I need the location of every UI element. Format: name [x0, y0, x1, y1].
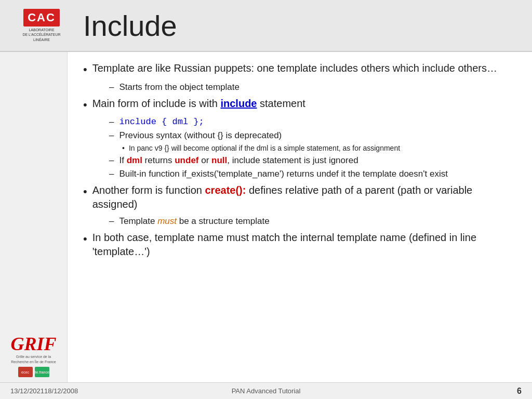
grif-icon-ecec: ecec [18, 367, 33, 377]
page-title: Include [83, 9, 177, 43]
cac-logo: CAC [23, 9, 60, 26]
bullet-2-text: Main form of include is with include sta… [92, 97, 305, 111]
bullet-2-sub-2-sub-1: • In panc v9 {} will become optional if … [122, 143, 516, 153]
bullet-2-subs: – include { dml }; – Previous syntax (wi… [109, 116, 516, 180]
dash-1: – [109, 82, 114, 94]
logo: CAC LABORATOIRE DE L'ACCÉLÉRATEUR LINÉAI… [10, 5, 73, 46]
null-highlight: null [211, 155, 227, 165]
header: CAC LABORATOIRE DE L'ACCÉLÉRATEUR LINÉAI… [0, 0, 532, 52]
bullet-2-sub-2: – Previous syntax (without {} is depreca… [109, 130, 516, 142]
bullet-2-sub-4-text: Built-in function if_exists('template_na… [119, 168, 447, 180]
bullet-1-sub-1-text: Starts from the object template [119, 82, 240, 94]
bullet-3-text: Another form is function create(): defin… [92, 183, 516, 211]
bullet-2-text-after: statement [257, 98, 305, 109]
must-highlight: must [157, 216, 177, 226]
bullet-2-sub-3-text: If dml returns undef or null, include st… [119, 155, 358, 167]
bullet-2-text-before: Main form of include is with [92, 98, 221, 109]
dash-3-1: – [109, 216, 114, 228]
dash-2-3: – [109, 155, 114, 167]
bullet-1: • Template are like Russian puppets: one… [83, 61, 516, 77]
undef-highlight: undef [175, 155, 198, 165]
bullet-3-marker: • [83, 184, 87, 200]
grif-logo: GRIF Grille au service de la Recherche e… [10, 335, 56, 377]
bullet-2: • Main form of include is with include s… [83, 97, 516, 113]
bullet-2-sub-1: – include { dml }; [109, 116, 516, 128]
bullet-3-sub-1: – Template must be a structure template [109, 216, 516, 228]
footer-title: PAN Advanced Tutorial [181, 387, 351, 395]
bullet-2-sub-2-text: Previous syntax (without {} is deprecate… [119, 130, 282, 142]
bullet-2-sub-4: – Built-in function if_exists('template_… [109, 168, 516, 180]
bullet-2-sub-3: – If dml returns undef or null, include … [109, 155, 516, 167]
bullet-3: • Another form is function create(): def… [83, 183, 516, 211]
dash-2-1: – [109, 116, 114, 128]
bullet-4: • In both case, template name must match… [83, 231, 516, 259]
dash-2-4: – [109, 168, 114, 180]
footer: 13/12/202118/12/2008 PAN Advanced Tutori… [0, 382, 532, 399]
bullet-3-sub-1-text: Template must be a structure template [119, 216, 269, 228]
dml-highlight: dml [127, 155, 142, 165]
bullet-3-subs: – Template must be a structure template [109, 216, 516, 228]
bullet-2-highlight-include: include [220, 98, 257, 109]
grif-icons: ecec île.france [10, 367, 56, 377]
footer-date: 13/12/202118/12/2008 [10, 387, 181, 395]
bullet-1-text: Template are like Russian puppets: one t… [92, 61, 497, 75]
footer-page: 6 [351, 387, 522, 396]
bullet-2-sub-2-sub-1-text: In panc v9 {} will become optional if th… [129, 143, 400, 153]
bullet-2-sub-1-code: include { dml }; [119, 116, 204, 128]
bullet-4-text: In both case, template name must match t… [92, 231, 516, 259]
bullet-1-sub-1: – Starts from the object template [109, 82, 516, 94]
sub-bullet-1: • [122, 143, 125, 153]
logo-subtitle: LABORATOIRE DE L'ACCÉLÉRATEUR LINÉAIRE [22, 28, 60, 42]
bullet-2-marker: • [83, 98, 87, 113]
sidebar: GRIF Grille au service de la Recherche e… [0, 52, 68, 382]
grif-text: GRIF [10, 335, 56, 353]
grif-icon-ile: île.france [35, 367, 49, 377]
dash-2-2: – [109, 130, 114, 142]
bullet-1-subs: – Starts from the object template [109, 82, 516, 94]
bullet-2-sub-2-subs: • In panc v9 {} will become optional if … [122, 143, 516, 153]
grif-subtext: Grille au service de la Recherche en Île… [10, 354, 56, 365]
main-content: • Template are like Russian puppets: one… [68, 52, 532, 382]
bullet-4-marker: • [83, 232, 87, 247]
bullet-1-marker: • [83, 62, 87, 77]
create-highlight: create(): [205, 184, 246, 196]
content-area: GRIF Grille au service de la Recherche e… [0, 52, 532, 382]
